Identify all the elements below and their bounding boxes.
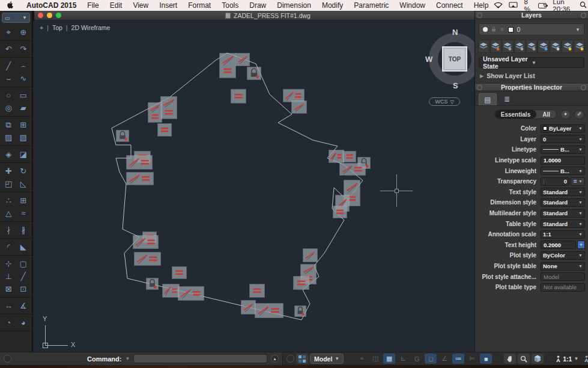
wcs-indicator[interactable]: WCS ▽ xyxy=(429,97,460,106)
panel-close-button[interactable] xyxy=(477,13,482,18)
polar-toggle[interactable]: ◫ xyxy=(369,354,381,364)
annotation-scale-control[interactable]: 1:1 ▼ xyxy=(556,355,578,363)
lock-ucs-tool[interactable]: ⊠ xyxy=(1,283,16,295)
menu-item-view[interactable]: View xyxy=(127,0,154,11)
drawing-block-dg[interactable] xyxy=(241,301,255,314)
ray-tool[interactable]: ╱ xyxy=(16,270,31,283)
point-style-tool[interactable]: ⊹ xyxy=(1,257,16,270)
property-dropdown[interactable]: 1:1▼ xyxy=(541,230,585,239)
drawing-block-sh[interactable] xyxy=(340,164,365,175)
layer-off-tool[interactable] xyxy=(550,40,561,53)
chamfer-tool[interactable]: ◣ xyxy=(16,241,31,253)
drawing-block-sh[interactable] xyxy=(127,156,152,169)
drawing-block-eq[interactable] xyxy=(158,124,171,136)
snap-toggle[interactable]: ⌖ xyxy=(356,354,368,364)
drawing-block-dg[interactable] xyxy=(292,101,306,113)
tab-layers[interactable]: ≣ xyxy=(498,93,516,105)
menu-app-name[interactable]: AutoCAD 2015 xyxy=(21,0,82,11)
close-window-button[interactable] xyxy=(38,13,43,18)
property-dropdown[interactable]: Standard▼ xyxy=(541,219,585,228)
layer-color-swatch[interactable] xyxy=(508,27,514,32)
array-tool[interactable]: ⊞ xyxy=(16,194,31,207)
segment-essentials[interactable]: Essentials xyxy=(495,110,536,118)
menu-item-connect[interactable]: Connect xyxy=(431,0,468,11)
gradient-tool[interactable]: ▧ xyxy=(16,131,31,144)
tab-object-properties[interactable]: ▤ xyxy=(479,93,497,105)
menu-item-edit[interactable]: Edit xyxy=(105,0,128,11)
layout-grid-icon[interactable] xyxy=(296,354,308,364)
polygon-tool[interactable]: ▰ xyxy=(16,102,31,114)
ucs-tool[interactable]: ⊥ xyxy=(1,270,16,283)
menu-item-parametric[interactable]: Parametric xyxy=(348,0,394,11)
workspace-selector[interactable]: ▭ ▼ xyxy=(2,13,30,23)
menu-item-modify[interactable]: Modify xyxy=(317,0,348,11)
dynamic-input-toggle[interactable]: ⊨ xyxy=(466,354,478,364)
property-dropdown[interactable]: 0▼ xyxy=(541,135,585,143)
property-input[interactable]: 0.2000 xyxy=(541,241,576,249)
revision-cloud-tool[interactable]: ≈ xyxy=(16,207,31,219)
break-at-point-tool[interactable]: ∦ xyxy=(16,224,31,236)
property-dropdown[interactable]: ByColor▼ xyxy=(541,251,585,260)
drawing-block-dg[interactable] xyxy=(303,249,317,262)
layer-lock-tool[interactable] xyxy=(562,40,573,53)
status-options-button[interactable] xyxy=(286,355,294,363)
dim-aligned-tool[interactable]: ∡ xyxy=(16,299,31,312)
menubar-clock[interactable]: Lun 20:36 xyxy=(553,0,574,13)
layer-states-tool[interactable] xyxy=(502,40,514,53)
layer-state-dropdown[interactable]: Unsaved Layer State ▼ xyxy=(479,57,584,68)
minimize-window-button[interactable] xyxy=(47,13,52,18)
drawing-block-lk[interactable] xyxy=(295,306,306,316)
pan-hand-icon[interactable] xyxy=(504,354,516,364)
drawing-block-lk[interactable] xyxy=(247,67,261,79)
zoom-magnifier-icon[interactable] xyxy=(518,354,530,364)
drawing-block-dg[interactable] xyxy=(236,54,249,66)
compass-north[interactable]: N xyxy=(452,28,458,37)
menu-item-help[interactable]: Help xyxy=(468,0,494,11)
paste-block-tool[interactable]: ⊞ xyxy=(16,118,31,131)
menu-item-format[interactable]: Format xyxy=(183,0,216,11)
menu-item-insert[interactable]: Insert xyxy=(154,0,183,11)
circle-tool[interactable]: ○ xyxy=(1,89,16,102)
drawing-block-sv[interactable] xyxy=(148,103,162,122)
visual-style-control[interactable]: 2D Wireframe xyxy=(71,24,111,31)
menu-item-draw[interactable]: Draw xyxy=(244,0,271,11)
spotlight-search-icon[interactable] xyxy=(580,1,587,10)
rectangle-tool[interactable]: ▭ xyxy=(16,89,31,102)
grid-toggle[interactable]: ▦ xyxy=(383,354,395,364)
layer-freeze-icon[interactable]: ❄ xyxy=(500,26,505,32)
property-dropdown[interactable]: B...▼ xyxy=(541,146,585,154)
drawing-block-eq[interactable] xyxy=(333,206,347,218)
snap-tracking-toggle[interactable]: ∠ xyxy=(438,354,450,364)
lineweight-toggle[interactable]: ≔ xyxy=(452,354,464,364)
layer-globe-tool[interactable]: ⊕ xyxy=(16,26,31,38)
drawing-block-eq[interactable] xyxy=(294,277,309,289)
stepper-button[interactable]: + xyxy=(577,241,585,249)
model-space-dropdown[interactable]: Model ▼ xyxy=(310,354,344,364)
property-dropdown[interactable]: None▼ xyxy=(541,262,585,271)
property-dropdown[interactable]: Standard▼ xyxy=(541,188,585,196)
eyedropper-button[interactable]: ✐ xyxy=(574,110,584,119)
drawing-block-sh[interactable] xyxy=(255,304,283,317)
group-tool[interactable]: ∴ xyxy=(1,194,16,207)
transparency-dropdown[interactable]: ≣ ▼ xyxy=(571,177,585,186)
drawing-block-lk[interactable] xyxy=(117,130,129,141)
layer-unlock-tool[interactable] xyxy=(574,40,585,53)
copy-block-tool[interactable]: ⧉ xyxy=(1,118,16,131)
transparency-slider[interactable]: 0 xyxy=(541,177,569,186)
annotation-visibility-icon[interactable] xyxy=(580,354,588,364)
move-tool[interactable]: ✚ xyxy=(1,165,16,177)
property-input[interactable]: 1.0000 xyxy=(541,156,585,165)
break-tool[interactable]: ∤ xyxy=(1,224,16,236)
line-tool[interactable]: ╱ xyxy=(1,60,16,72)
ellipse-tool[interactable]: ◎ xyxy=(1,102,16,114)
drawing-block-sh[interactable] xyxy=(178,287,204,300)
match-properties-button[interactable]: ✦ xyxy=(560,110,571,119)
menu-item-dimension[interactable]: Dimension xyxy=(271,0,317,11)
unlock-ucs-tool[interactable]: ⊡ xyxy=(16,283,31,295)
spline-tool[interactable]: ∿ xyxy=(16,72,31,85)
cone-tool[interactable]: △ xyxy=(1,207,16,219)
model-viewport[interactable]: + | Top | 2D Wireframe N W S TOP WCS ▽ Y… xyxy=(34,20,474,352)
viewport-menu-button[interactable]: + xyxy=(40,24,43,31)
layer-edit-tool[interactable] xyxy=(526,40,538,53)
compass-west[interactable]: W xyxy=(425,55,432,64)
